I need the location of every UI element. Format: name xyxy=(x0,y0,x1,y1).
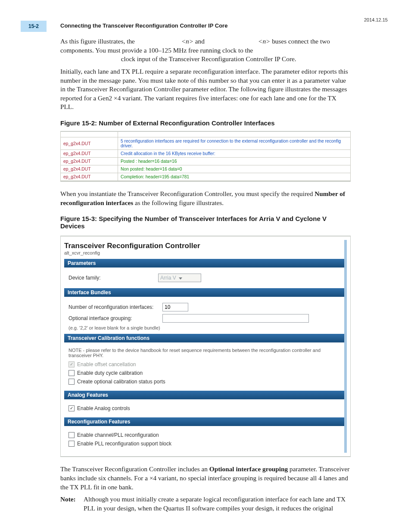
note-label: Note: xyxy=(60,495,81,513)
figure-15-3-title: Figure 15-3: Specifying the Number of Tr… xyxy=(60,215,351,230)
message-table: ep_g2x4.DUT5 reconfiguration interfaces … xyxy=(60,132,351,181)
num-interfaces-label: Number of reconfiguration interfaces: xyxy=(68,304,159,310)
section-analog[interactable]: Analog Features xyxy=(64,391,344,399)
section-parameters[interactable]: Parameters xyxy=(64,259,344,268)
device-family-select[interactable]: Arria V xyxy=(158,274,201,282)
enable-analog-checkbox[interactable]: Enable Analog controls xyxy=(68,405,340,411)
page-date: 2014.12.15 xyxy=(364,17,388,22)
section-calibration[interactable]: Transceiver Calibration functions xyxy=(64,334,344,342)
figure-15-3: Transceiver Reconfiguration Controller a… xyxy=(60,236,351,457)
note-text: Although you must initially create a sep… xyxy=(84,495,351,513)
optional-grouping-label: Optional interface grouping: xyxy=(68,315,159,321)
editor-title: Transceiver Reconfiguration Controller xyxy=(64,240,344,250)
checkbox-icon xyxy=(68,370,75,376)
enable-duty-cycle-checkbox[interactable]: Enable duty cycle calibration xyxy=(68,370,340,376)
section-reconfig[interactable]: Reconfiguration Features xyxy=(64,417,344,426)
checkbox-icon xyxy=(68,441,75,447)
num-interfaces-input[interactable] xyxy=(162,303,188,311)
paragraph-1: As this figure illustrates, the reconfig… xyxy=(60,37,351,64)
table-row: ep_g2x4.DUTCompletion: header=195 data=7… xyxy=(61,173,351,181)
enable-channel-pll-checkbox[interactable]: Enable channel/PLL reconfiguration xyxy=(68,432,340,438)
checkbox-icon xyxy=(68,361,75,367)
figure-15-2-title: Figure 15-2: Number of External Reconfig… xyxy=(60,119,351,127)
figure-15-2: ep_g2x4.DUT5 reconfiguration interfaces … xyxy=(60,131,351,182)
calibration-note: NOTE - please refer to the device handbo… xyxy=(68,348,340,358)
grouping-hint: (e.g. '2,2' or leave blank for a single … xyxy=(68,325,340,330)
checkbox-icon xyxy=(68,379,75,385)
create-calibration-ports-checkbox[interactable]: Create optional calibration status ports xyxy=(68,379,340,385)
table-row: ep_g2x4.DUTCredit allocation in the 16 K… xyxy=(61,150,351,158)
page-number: 15-2 xyxy=(21,21,47,32)
editor-subtitle: alt_xcvr_reconfig xyxy=(64,250,344,259)
page-title: Connecting the Transceiver Reconfigurati… xyxy=(60,22,227,29)
table-row: ep_g2x4.DUTPosted : header=16 data=16 xyxy=(61,158,351,165)
section-interface-bundles[interactable]: Interface Bundles xyxy=(64,288,344,297)
parameter-editor: Transceiver Reconfiguration Controller a… xyxy=(64,240,347,453)
paragraph-3: When you instantiate the Transceiver Rec… xyxy=(60,190,351,207)
enable-pll-support-checkbox[interactable]: Enable PLL reconfiguration support block xyxy=(68,441,340,447)
page-header: 15-2 Connecting the Transceiver Reconfig… xyxy=(0,0,411,34)
device-family-label: Device family: xyxy=(68,275,155,281)
paragraph-4: The Transceiver Reconfiguration Controll… xyxy=(60,465,351,492)
paragraph-2: Initially, each lane and TX PLL require … xyxy=(60,67,351,112)
checkbox-icon xyxy=(68,405,75,411)
note: Note: Although you must initially create… xyxy=(60,495,351,513)
optional-grouping-input[interactable] xyxy=(162,314,309,323)
table-row: ep_g2x4.DUTNon posted: header=16 data=0 xyxy=(61,165,351,173)
enable-offset-cancellation-checkbox[interactable]: Enable offset cancellation xyxy=(68,361,340,367)
checkbox-icon xyxy=(68,432,75,438)
chevron-down-icon xyxy=(179,277,182,280)
table-row: ep_g2x4.DUT5 reconfiguration interfaces … xyxy=(61,137,351,150)
